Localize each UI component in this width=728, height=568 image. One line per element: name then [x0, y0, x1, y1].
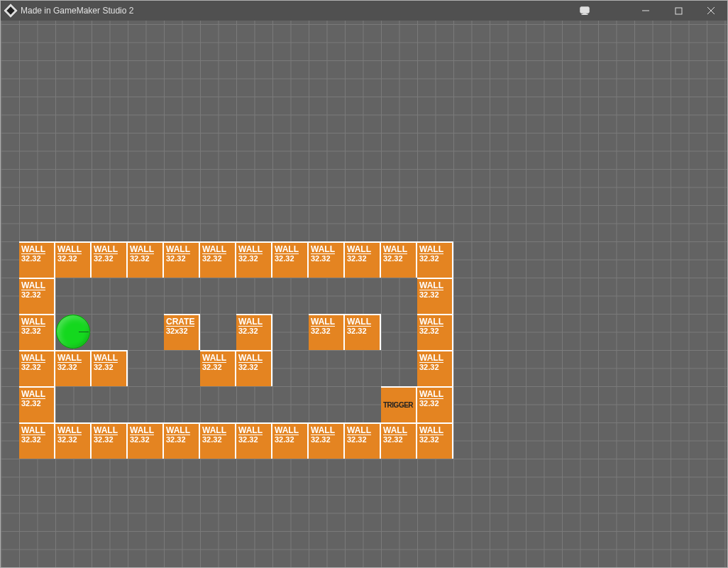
titlebar[interactable]: Made in GameMaker Studio 2 — [1, 1, 727, 21]
wall-block: WALL32.32 — [272, 241, 309, 278]
wall-block: WALL32.32 — [417, 350, 453, 386]
wall-block: WALL32.32 — [55, 241, 92, 278]
wall-block: WALL32.32 — [345, 314, 381, 350]
wall-block: WALL32.32 — [417, 278, 453, 314]
game-viewport[interactable]: WALL32.32WALL32.32WALL32.32WALL32.32WALL… — [1, 21, 727, 567]
trigger-block: TRIGGER — [381, 386, 417, 422]
wall-block: WALL32.32 — [236, 422, 272, 459]
wall-block: WALL32.32 — [55, 422, 92, 459]
wall-block: WALL32.32 — [164, 422, 200, 459]
wall-block: WALL32.32 — [164, 241, 200, 278]
wall-block: WALL32.32 — [92, 241, 128, 278]
crate-block: CRATE32x32 — [164, 314, 200, 350]
wall-block: WALL32.32 — [55, 350, 92, 386]
wall-block: WALL32.32 — [92, 422, 128, 459]
wall-block: WALL32.32 — [381, 422, 417, 459]
wall-block: WALL32.32 — [19, 278, 55, 314]
wall-block: WALL32.32 — [200, 422, 236, 459]
wall-block: WALL32.32 — [128, 241, 164, 278]
wall-block: WALL32.32 — [345, 422, 381, 459]
wall-block: WALL32.32 — [200, 241, 236, 278]
wall-block: WALL32.32 — [19, 241, 55, 278]
wall-block: WALL32.32 — [381, 241, 417, 278]
wall-block: WALL32.32 — [417, 422, 453, 459]
wall-block: WALL32.32 — [417, 314, 453, 350]
wall-block: WALL32.32 — [19, 422, 55, 459]
grid-background — [1, 21, 727, 567]
wall-block: WALL32.32 — [200, 350, 236, 386]
window-title: Made in GameMaker Studio 2 — [21, 6, 133, 16]
monitor-icon[interactable] — [568, 1, 601, 21]
svg-rect-5 — [675, 8, 682, 14]
wall-block: WALL32.32 — [417, 241, 453, 278]
minimize-button[interactable] — [629, 1, 662, 21]
app-window: Made in GameMaker Studio 2 WALL32.32WALL… — [0, 0, 728, 568]
wall-block: WALL32.32 — [309, 422, 345, 459]
wall-block: WALL32.32 — [92, 350, 128, 386]
wall-block: WALL32.32 — [345, 241, 381, 278]
wall-block: WALL32.32 — [272, 422, 309, 459]
svg-rect-3 — [582, 14, 588, 15]
wall-block: WALL32.32 — [236, 241, 272, 278]
wall-block: WALL32.32 — [128, 422, 164, 459]
player-ball[interactable] — [56, 315, 90, 349]
wall-block: WALL32.32 — [236, 314, 272, 350]
wall-block: WALL32.32 — [309, 314, 345, 350]
svg-rect-0 — [580, 7, 589, 13]
app-icon — [3, 3, 19, 19]
wall-block: WALL32.32 — [417, 386, 453, 422]
wall-block: WALL32.32 — [19, 350, 55, 386]
wall-block: WALL32.32 — [19, 386, 55, 422]
wall-block: WALL32.32 — [236, 350, 272, 386]
maximize-button[interactable] — [662, 1, 695, 21]
wall-block: WALL32.32 — [19, 314, 55, 350]
close-button[interactable] — [695, 1, 727, 21]
wall-block: WALL32.32 — [309, 241, 345, 278]
